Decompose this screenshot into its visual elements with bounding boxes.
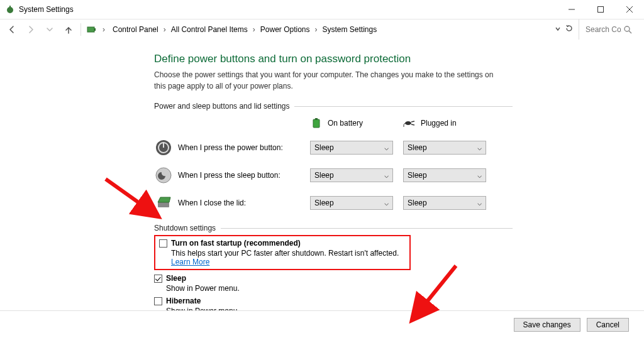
power-battery-dropdown[interactable]: Sleep⌵	[310, 141, 393, 155]
row-label-power: When I press the power button:	[173, 143, 310, 152]
dropdown-value: Sleep	[314, 143, 334, 152]
svg-rect-11	[313, 119, 319, 128]
fast-startup-checkbox[interactable]	[159, 239, 167, 248]
recent-button[interactable]	[43, 23, 57, 36]
svg-rect-12	[315, 118, 318, 120]
svg-rect-3	[598, 7, 604, 13]
forward-button[interactable]	[24, 23, 38, 36]
svg-rect-20	[158, 202, 169, 207]
fast-startup-title: Turn on fast startup (recommended)	[171, 239, 301, 248]
section-header-buttons: Power and sleep buttons and lid settings	[154, 102, 513, 111]
hibernate-checkbox[interactable]	[154, 297, 162, 305]
chevron-right-icon: ›	[253, 25, 255, 34]
column-label: On battery	[328, 119, 363, 128]
close-button[interactable]	[615, 0, 644, 19]
sleep-opt-sub: Show in Power menu.	[166, 284, 513, 293]
svg-rect-7	[87, 27, 94, 32]
bottom-bar: Save changes Cancel	[0, 310, 644, 338]
fast-startup-sub: This helps start your PC faster after sh…	[171, 249, 399, 258]
section-label: Shutdown settings	[154, 224, 216, 232]
dropdown-value: Sleep	[314, 199, 334, 207]
dropdown-value: Sleep	[408, 171, 427, 180]
power-plugged-dropdown[interactable]: Sleep⌵	[403, 141, 486, 155]
breadcrumb-item[interactable]: All Control Panel Items	[169, 24, 250, 35]
breadcrumb-item[interactable]: Control Panel	[110, 24, 161, 35]
minimize-button[interactable]	[557, 0, 586, 19]
breadcrumb-item[interactable]: System Settings	[319, 24, 379, 35]
svg-point-13	[405, 121, 411, 125]
battery-icon	[86, 24, 97, 35]
page-intro: Choose the power settings that you want …	[154, 69, 494, 92]
up-button[interactable]	[62, 23, 75, 36]
column-plugged-in: Plugged in	[403, 117, 496, 129]
battery-icon	[310, 117, 323, 129]
breadcrumb: Control Panel › All Control Panel Items …	[110, 24, 379, 35]
hibernate-title: Hibernate	[166, 297, 201, 305]
sleep-button-icon	[154, 166, 173, 185]
chevron-right-icon: ›	[103, 25, 105, 34]
row-label-lid: When I close the lid:	[173, 199, 310, 207]
dropdown-value: Sleep	[314, 171, 334, 180]
svg-rect-8	[94, 28, 96, 31]
back-button[interactable]	[5, 23, 19, 36]
section-header-shutdown: Shutdown settings	[154, 224, 513, 232]
cancel-button[interactable]: Cancel	[587, 318, 629, 332]
laptop-lid-icon	[154, 194, 173, 212]
svg-rect-1	[9, 6, 11, 9]
search-icon	[623, 25, 632, 34]
plug-icon	[403, 117, 416, 129]
power-button-icon	[154, 138, 173, 157]
window-title: System Settings	[19, 5, 74, 14]
title-bar: System Settings	[0, 0, 644, 19]
nav-toolbar: › Control Panel › All Control Panel Item…	[0, 19, 644, 39]
sleep-checkbox[interactable]	[154, 275, 162, 283]
refresh-button[interactable]	[565, 24, 574, 35]
sleep-opt-title: Sleep	[166, 274, 186, 283]
search-box[interactable]	[579, 19, 639, 40]
svg-point-9	[625, 26, 630, 31]
section-label: Power and sleep buttons and lid settings	[154, 102, 289, 111]
svg-line-14	[411, 121, 414, 122]
breadcrumb-item[interactable]: Power Options	[258, 24, 313, 35]
page-title: Define power buttons and turn on passwor…	[154, 53, 513, 65]
svg-line-15	[411, 124, 414, 125]
lid-plugged-dropdown[interactable]: Sleep⌵	[403, 196, 486, 210]
sleep-battery-dropdown[interactable]: Sleep⌵	[310, 168, 393, 182]
search-input[interactable]	[584, 25, 623, 35]
lid-battery-dropdown[interactable]: Sleep⌵	[310, 196, 393, 210]
maximize-button[interactable]	[586, 0, 615, 19]
dropdown-value: Sleep	[408, 199, 427, 207]
column-on-battery: On battery	[310, 117, 403, 129]
dropdown-value: Sleep	[408, 143, 427, 152]
chevron-right-icon: ›	[164, 25, 166, 34]
address-dropdown[interactable]	[555, 25, 561, 34]
chevron-right-icon: ›	[314, 25, 317, 34]
column-label: Plugged in	[421, 119, 457, 128]
row-label-sleep: When I press the sleep button:	[173, 171, 310, 180]
learn-more-link[interactable]: Learn More	[171, 258, 209, 266]
save-changes-button[interactable]: Save changes	[514, 318, 580, 332]
power-options-icon	[5, 4, 15, 14]
highlight-box: Turn on fast startup (recommended) This …	[154, 235, 411, 270]
sleep-plugged-dropdown[interactable]: Sleep⌵	[403, 168, 486, 182]
svg-line-10	[629, 31, 631, 33]
